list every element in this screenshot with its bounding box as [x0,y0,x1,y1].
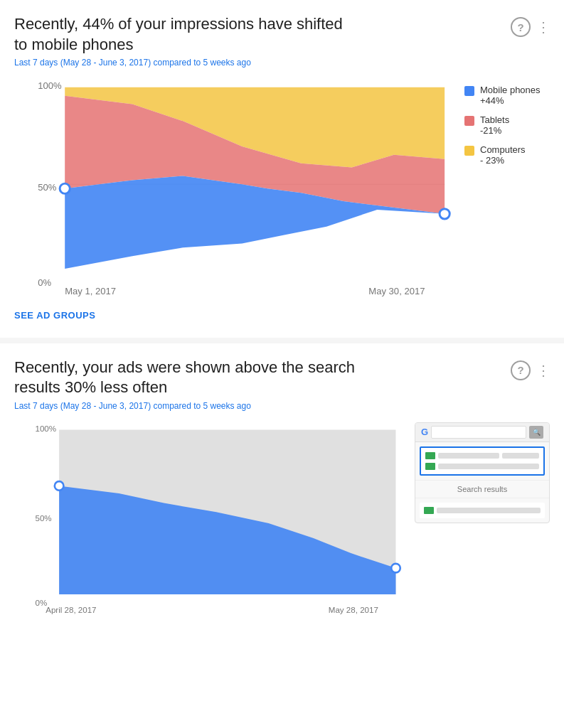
y-label-100: 100% [38,80,62,91]
search-results-label: Search results [415,480,549,498]
chart-dot-end [440,209,449,219]
subtitle-prefix-2: Last 7 days ( [14,401,63,411]
y-label-50: 50% [38,182,57,193]
subtitle-prefix-1: Last 7 days ( [14,58,63,68]
legend-mobile-change: +44% [480,95,541,106]
card2-chart-container: 100% 50% 0% April 28, 2017 May 28, 2017 [14,422,403,617]
google-g-logo: G [421,427,428,437]
help-icon-2[interactable]: ? [511,360,531,380]
x2-label-start: April 28, 2017 [46,606,96,614]
mockup-ad-line-1b [502,453,539,459]
legend-tablets-text: Tablets -21% [480,114,509,136]
legend-mobile-text: Mobile phones +44% [480,85,541,106]
mockup-organic-row [424,507,541,514]
legend-computers-text: Computers - 23% [480,144,526,166]
mockup-ad-icon-2 [425,463,435,470]
subtitle-date-1: May 28 - June 3, 2017 [63,58,148,68]
card2-chart-svg: 100% 50% 0% April 28, 2017 May 28, 2017 [14,422,403,617]
more-options-icon-2[interactable]: ⋮ [536,362,550,379]
y-label-0: 0% [38,277,51,288]
chart2-dot-end [391,564,400,573]
subtitle-suffix-2: ) compared to 5 weeks ago [148,401,251,411]
mockup-ad-line-2a [438,464,539,469]
legend-color-mobile [464,86,474,96]
card1-chart-area: 100% 50% 0% May 1, 2017 Ma [14,79,550,299]
more-options-icon-1[interactable]: ⋮ [536,18,550,36]
card-search-results: Recently, your ads were shown above the … [0,343,564,628]
see-ad-groups-link[interactable]: SEE AD GROUPS [14,310,95,321]
mockup-ad-row-2 [425,463,539,470]
mockup-ad-row-1 [425,452,539,459]
x-label-end: May 30, 2017 [368,286,425,296]
card2-icons: ? ⋮ [511,360,550,380]
legend-computers-label: Computers [480,144,526,155]
legend-tablets-label: Tablets [480,114,509,125]
legend-computers: Computers - 23% [464,144,550,166]
card-impressions: Recently, 44% of your impressions have s… [0,0,564,332]
card2-chart-area: 100% 50% 0% April 28, 2017 May 28, 2017 [14,422,550,617]
legend-tablets: Tablets -21% [464,114,550,136]
legend-tablets-change: -21% [480,125,509,136]
card1-title: Recently, 44% of your impressions have s… [14,14,356,55]
card-divider [0,338,564,343]
mockup-organic-icon [424,507,434,514]
legend-color-tablets [464,116,474,126]
card1-legend: Mobile phones +44% Tablets -21% Computer… [464,79,550,166]
card1-icons: ? ⋮ [511,17,550,37]
y2-label-100: 100% [35,424,56,432]
search-mockup: G 🔍 Search results [415,422,550,523]
x2-label-end: May 28, 2017 [329,606,378,614]
card2-title: Recently, your ads were shown above the … [14,358,356,398]
mockup-search-button: 🔍 [529,426,543,439]
legend-mobile-label: Mobile phones [480,85,541,95]
mockup-ad-section [420,446,545,476]
mockup-ad-icon-1 [425,452,435,459]
subtitle-date-2: May 28 - June 3, 2017 [63,401,148,411]
mockup-organic-section [420,503,545,518]
mockup-browser-bar: G 🔍 [415,423,549,442]
legend-computers-change: - 23% [480,155,526,166]
subtitle-suffix-1: ) compared to 5 weeks ago [148,58,251,68]
card1-chart-svg: 100% 50% 0% May 1, 2017 Ma [14,79,453,299]
card1-subtitle: Last 7 days (May 28 - June 3, 2017) comp… [14,58,550,68]
card1-header: Recently, 44% of your impressions have s… [14,14,550,55]
legend-mobile: Mobile phones +44% [464,85,550,106]
card2-header: Recently, your ads were shown above the … [14,358,550,398]
mockup-organic-line [437,508,541,513]
x-label-start: May 1, 2017 [65,286,116,296]
chart-dot-start [60,183,70,193]
mockup-ad-line-1a [438,453,499,459]
mockup-search-bar [431,426,526,439]
card1-chart-container: 100% 50% 0% May 1, 2017 Ma [14,79,453,299]
help-icon-1[interactable]: ? [511,17,531,37]
chart2-dot-start [55,481,64,491]
card2-subtitle: Last 7 days (May 28 - June 3, 2017) comp… [14,401,550,411]
legend-color-computers [464,146,474,156]
y2-label-50: 50% [35,514,51,523]
